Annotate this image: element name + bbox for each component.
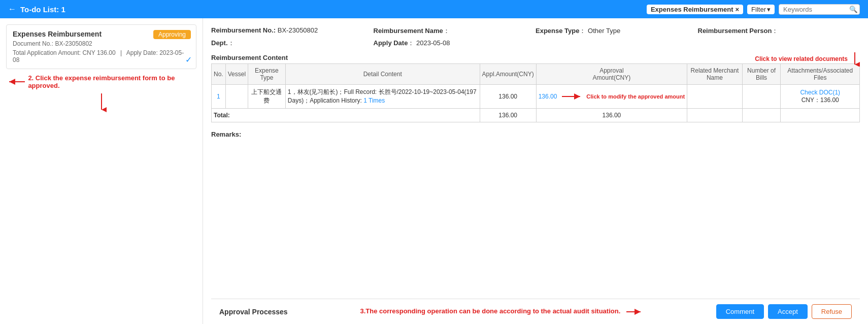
- reimb-name-label: Reimbursement Name: [374, 27, 443, 35]
- card-check-icon: ✓: [185, 55, 192, 64]
- approval-amount-link[interactable]: 136.00: [539, 93, 557, 100]
- row-vessel: [225, 85, 248, 109]
- vertical-arrow: [6, 92, 196, 114]
- total-label: Total:: [212, 109, 480, 122]
- total-bills: [742, 109, 781, 122]
- col-appl-amount: Appl.Amount(CNY): [480, 64, 536, 85]
- col-expense-type: Expense Type: [248, 64, 286, 85]
- row-num-bills: [742, 85, 781, 109]
- amount-value: CNY 136.00: [82, 49, 115, 56]
- filter-tag: Expenses Reimbursement ×: [647, 5, 743, 14]
- reimb-no-value: BX-23050802: [278, 26, 318, 34]
- page-title: To-do List: 1: [20, 5, 65, 14]
- left-annotation-text: 2. Click the expense reimbursement form …: [28, 74, 196, 89]
- expense-type-field: Expense Type： Other Type: [536, 26, 698, 36]
- modify-arrow-icon: [560, 92, 583, 101]
- row-approval-amount: 136.00 Click to modify the approved amou…: [536, 85, 687, 109]
- total-attachments: [781, 109, 860, 122]
- check-doc-amount: CNY：136.00: [802, 96, 839, 104]
- reimb-no-label: Reimbursement No.:: [211, 26, 276, 34]
- col-approval-amount: ApprovalAmount(CNY): [536, 64, 687, 85]
- total-merchant: [687, 109, 743, 122]
- card-doc: Document No.: BX-23050802: [13, 40, 190, 47]
- row-appl-amount: 136.00: [480, 85, 536, 109]
- col-vessel: Vessel: [225, 64, 248, 85]
- accept-button[interactable]: Accept: [768, 304, 808, 319]
- filter-tag-label: Expenses Reimbursement: [651, 6, 733, 13]
- row-no: 1: [212, 85, 226, 109]
- col-no: No.: [212, 64, 226, 85]
- col-detail-content: Detail Content: [285, 64, 480, 85]
- instruction-text: 3.The corresponding operation can be don…: [360, 307, 620, 315]
- right-panel: Reimbursement No.: BX-23050802 Reimburse…: [203, 18, 868, 324]
- total-approval-amount: 136.00: [536, 109, 687, 122]
- action-buttons: Comment Accept Refuse: [716, 304, 852, 319]
- comment-button[interactable]: Comment: [716, 304, 764, 319]
- expense-type-value: Other Type: [588, 27, 620, 35]
- apply-date-label: Apply Date: [374, 39, 408, 47]
- col-num-bills: Number of Bills: [742, 64, 781, 85]
- remarks-label: Remarks:: [211, 131, 241, 138]
- divider: |: [120, 49, 122, 56]
- click-view-text: Click to view related documents: [755, 55, 848, 62]
- instruction-arrow-icon: [625, 307, 644, 315]
- reimbursement-table: No. Vessel Expense Type Detail Content A…: [211, 63, 860, 122]
- doc-label: Document No.:: [13, 40, 53, 47]
- reimb-no-field: Reimbursement No.: BX-23050802: [211, 26, 374, 36]
- top-bar-left: ← To-do List: 1: [8, 5, 647, 14]
- approval-processes-title: Approval Processes: [219, 308, 288, 316]
- card-badge: Approving: [153, 30, 191, 39]
- dept-label: Dept.: [211, 39, 228, 47]
- form-header: Reimbursement No.: BX-23050802 Reimburse…: [211, 26, 860, 48]
- check-doc-link[interactable]: Check DOC(1): [800, 89, 840, 96]
- filter-button[interactable]: Filter ▾: [747, 5, 775, 14]
- table-wrapper: Click to view related documents No. Vess…: [211, 63, 860, 126]
- top-bar: ← To-do List: 1 Expenses Reimbursement ×…: [0, 0, 868, 18]
- total-appl-amount: 136.00: [480, 109, 536, 122]
- apply-date-field: Apply Date： 2023-05-08: [374, 39, 536, 48]
- click-view-arrow-icon: [850, 51, 860, 67]
- reimb-person-field: Reimbursement Person：: [698, 26, 860, 36]
- left-arrow-icon: [6, 77, 25, 87]
- row-detail-content: 1，林友(见习船长)；Full Record: 长胜号/2022-10-19~2…: [285, 85, 480, 109]
- reimb-name-field: Reimbursement Name：: [374, 26, 536, 36]
- row-expense-type: 上下船交通费: [248, 85, 286, 109]
- search-button[interactable]: 🔍: [849, 6, 858, 13]
- search-wrap: 🔍: [779, 4, 860, 15]
- reimb-person-label: Reimbursement Person: [698, 27, 772, 35]
- chevron-down-icon: ▾: [767, 6, 771, 13]
- card-info: Total Application Amount: CNY 136.00 | A…: [13, 49, 190, 63]
- row-attachments: Check DOC(1) CNY：136.00: [781, 85, 860, 109]
- refuse-button[interactable]: Refuse: [812, 304, 852, 319]
- bottom-instruction: 3.The corresponding operation can be don…: [288, 307, 716, 316]
- expense-type-label: Expense Type: [536, 27, 579, 35]
- search-input[interactable]: [779, 4, 860, 15]
- amount-label: Total Application Amount:: [13, 49, 81, 56]
- expense-card[interactable]: Expenses Reimbursement Approving Documen…: [6, 24, 196, 69]
- modify-annotation-text: Click to modify the approved amount: [586, 93, 685, 100]
- filter-tag-close[interactable]: ×: [736, 6, 740, 13]
- row-no-link[interactable]: 1: [217, 93, 220, 100]
- dept-field: Dept.：: [211, 39, 374, 48]
- down-arrow-icon: [96, 92, 107, 113]
- remarks-section: Remarks:: [211, 131, 860, 138]
- bottom-arrow-icon: [625, 307, 644, 316]
- top-bar-right: Expenses Reimbursement × Filter ▾ 🔍: [647, 4, 860, 15]
- col-merchant-name: Related Merchant Name: [687, 64, 743, 85]
- history-link[interactable]: 1 Times: [363, 97, 385, 104]
- col-attachments: Attachments/Associated Files: [781, 64, 860, 85]
- bottom-bar: Approval Processes 3.The corresponding o…: [211, 299, 860, 324]
- left-annotation: 2. Click the expense reimbursement form …: [6, 74, 196, 89]
- row-merchant-name: [687, 85, 743, 109]
- left-panel: Expenses Reimbursement Approving Documen…: [0, 18, 203, 324]
- table-total-row: Total: 136.00 136.00: [212, 109, 860, 122]
- table-row: 1 上下船交通费 1，林友(见习船长)；Full Record: 长胜号/202…: [212, 85, 860, 109]
- main-layout: Expenses Reimbursement Approving Documen…: [0, 18, 868, 324]
- click-view-annotation: Click to view related documents: [755, 51, 860, 67]
- back-icon[interactable]: ←: [8, 5, 16, 14]
- doc-value: BX-23050802: [55, 40, 92, 47]
- apply-date-value: 2023-05-08: [416, 39, 450, 47]
- apply-label: Apply Date:: [126, 49, 158, 56]
